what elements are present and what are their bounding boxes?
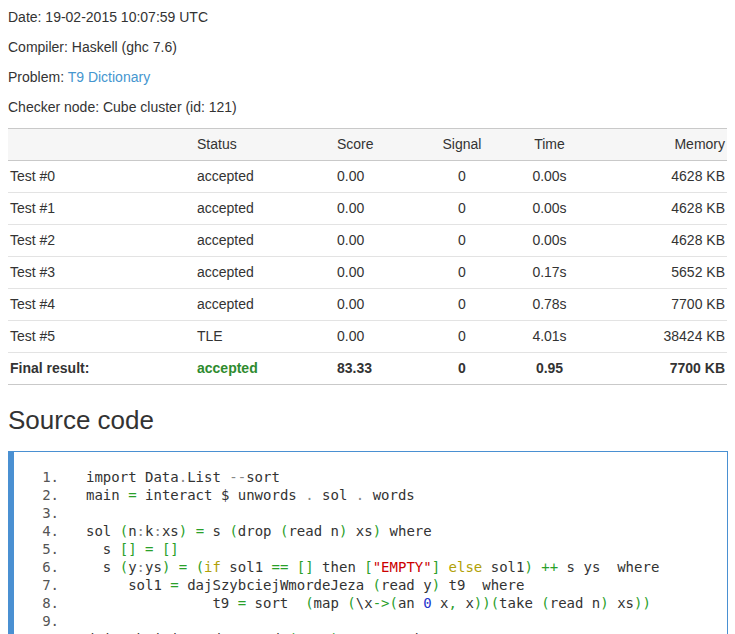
cell-time: 0.00s: [497, 193, 602, 225]
code-line: 3.: [14, 504, 723, 522]
cell-time: 0.00s: [497, 225, 602, 257]
checker-node-line: Checker node: Cube cluster (id: 121): [8, 98, 727, 117]
line-number: 5.: [14, 540, 59, 558]
table-row: Test #1accepted0.0000.00s4628 KB: [8, 193, 727, 225]
line-number: 3.: [14, 504, 59, 522]
cell-memory: 4628 KB: [602, 225, 727, 257]
cell-signal: 0: [427, 289, 497, 321]
cell-score: 0.00: [337, 257, 427, 289]
submission-meta: Date: 19-02-2015 10:07:59 UTC Compiler: …: [8, 8, 727, 117]
cell-signal: 0: [427, 257, 497, 289]
cell-memory: 7700 KB: [602, 289, 727, 321]
table-row: Test #5TLE0.0004.01s38424 KB: [8, 321, 727, 353]
results-table: StatusScoreSignalTimeMemory Test #0accep…: [8, 128, 727, 385]
column-header: Signal: [427, 129, 497, 161]
cell-name: Test #0: [8, 161, 197, 193]
cell-status: accepted: [197, 161, 337, 193]
cell-name: Test #1: [8, 193, 197, 225]
cell-name: Test #2: [8, 225, 197, 257]
cell-name: Test #4: [8, 289, 197, 321]
cell-name: Test #5: [8, 321, 197, 353]
cell-time: 4.01s: [497, 321, 602, 353]
code-text: sol (n:k:xs) = s (drop (read n) xs) wher…: [59, 522, 432, 540]
cell-status: accepted: [197, 193, 337, 225]
code-text: [59, 504, 86, 522]
cell-memory: 4628 KB: [602, 193, 727, 225]
cell-score: 0.00: [337, 289, 427, 321]
line-number: 10.: [14, 630, 59, 634]
code-line: 2.main = interact $ unwords . sol . word…: [14, 486, 723, 504]
code-text: t9 = sort (map (\x->(an 0 x, x))(take (r…: [59, 594, 651, 612]
problem-link[interactable]: T9 Dictionary: [68, 69, 150, 85]
cell-signal: 0: [427, 193, 497, 225]
cell-status: accepted: [197, 225, 337, 257]
source-code-block: 1.import Data.List --sort2.main = intera…: [8, 451, 728, 634]
cell-time: 0.78s: [497, 289, 602, 321]
line-number: 1.: [14, 468, 59, 486]
code-line: 8. t9 = sort (map (\x->(an 0 x, x))(take…: [14, 594, 723, 612]
problem-label: Problem:: [8, 69, 68, 85]
cell-name: Test #3: [8, 257, 197, 289]
cell-status: TLE: [197, 321, 337, 353]
cell-memory: 5652 KB: [602, 257, 727, 289]
column-header: [8, 129, 197, 161]
column-header: Score: [337, 129, 427, 161]
line-number: 8.: [14, 594, 59, 612]
line-number: 6.: [14, 558, 59, 576]
cell-status: accepted: [197, 353, 337, 385]
column-header: Status: [197, 129, 337, 161]
results-table-head: StatusScoreSignalTimeMemory: [8, 129, 727, 161]
code-line: 9.: [14, 612, 723, 630]
code-text: s [] = []: [59, 540, 179, 558]
date-line: Date: 19-02-2015 10:07:59 UTC: [8, 8, 727, 27]
results-header-row: StatusScoreSignalTimeMemory: [8, 129, 727, 161]
cell-time: 0.17s: [497, 257, 602, 289]
table-row: Test #0accepted0.0000.00s4628 KB: [8, 161, 727, 193]
line-number: 9.: [14, 612, 59, 630]
table-row: Test #2accepted0.0000.00s4628 KB: [8, 225, 727, 257]
cell-time: 0.00s: [497, 161, 602, 193]
problem-line: Problem: T9 Dictionary: [8, 68, 727, 87]
cell-signal: 0: [427, 225, 497, 257]
source-code-heading: Source code: [8, 405, 727, 435]
cell-signal: 0: [427, 353, 497, 385]
code-line: 7. sol1 = dajSzybciejWmordeJeza (read y)…: [14, 576, 723, 594]
source-code-lines: 1.import Data.List --sort2.main = intera…: [14, 468, 723, 634]
code-line: 10.dajSzybciejWmordeJeza d (t:ts) = s t …: [14, 630, 723, 634]
table-row: Test #3accepted0.0000.17s5652 KB: [8, 257, 727, 289]
line-number: 4.: [14, 522, 59, 540]
cell-memory: 4628 KB: [602, 161, 727, 193]
line-number: 2.: [14, 486, 59, 504]
code-line: 4.sol (n:k:xs) = s (drop (read n) xs) wh…: [14, 522, 723, 540]
cell-score: 0.00: [337, 225, 427, 257]
line-number: 7.: [14, 576, 59, 594]
cell-score: 0.00: [337, 193, 427, 225]
cell-status: accepted: [197, 257, 337, 289]
table-row: Test #4accepted0.0000.78s7700 KB: [8, 289, 727, 321]
code-line: 5. s [] = []: [14, 540, 723, 558]
cell-memory: 7700 KB: [602, 353, 727, 385]
code-text: sol1 = dajSzybciejWmordeJeza (read y) t9…: [59, 576, 524, 594]
code-line: 6. s (y:ys) = (if sol1 == [] then ["EMPT…: [14, 558, 723, 576]
cell-status: accepted: [197, 289, 337, 321]
code-text: dajSzybciejWmordeJeza d (t:ts) = s t whe…: [59, 630, 449, 634]
results-table-body: Test #0accepted0.0000.00s4628 KBTest #1a…: [8, 161, 727, 385]
code-text: main = interact $ unwords . sol . words: [59, 486, 415, 504]
column-header: Memory: [602, 129, 727, 161]
cell-score: 0.00: [337, 321, 427, 353]
code-text: [59, 612, 86, 630]
code-text: s (y:ys) = (if sol1 == [] then ["EMPTY"]…: [59, 558, 659, 576]
code-line: 1.import Data.List --sort: [14, 468, 723, 486]
compiler-line: Compiler: Haskell (ghc 7.6): [8, 38, 727, 57]
cell-score: 83.33: [337, 353, 427, 385]
code-text: import Data.List --sort: [59, 468, 280, 486]
submission-report-page: Date: 19-02-2015 10:07:59 UTC Compiler: …: [0, 0, 735, 634]
cell-signal: 0: [427, 161, 497, 193]
final-result-row: Final result:accepted83.3300.957700 KB: [8, 353, 727, 385]
cell-name: Final result:: [8, 353, 197, 385]
cell-signal: 0: [427, 321, 497, 353]
cell-time: 0.95: [497, 353, 602, 385]
cell-score: 0.00: [337, 161, 427, 193]
column-header: Time: [497, 129, 602, 161]
cell-memory: 38424 KB: [602, 321, 727, 353]
